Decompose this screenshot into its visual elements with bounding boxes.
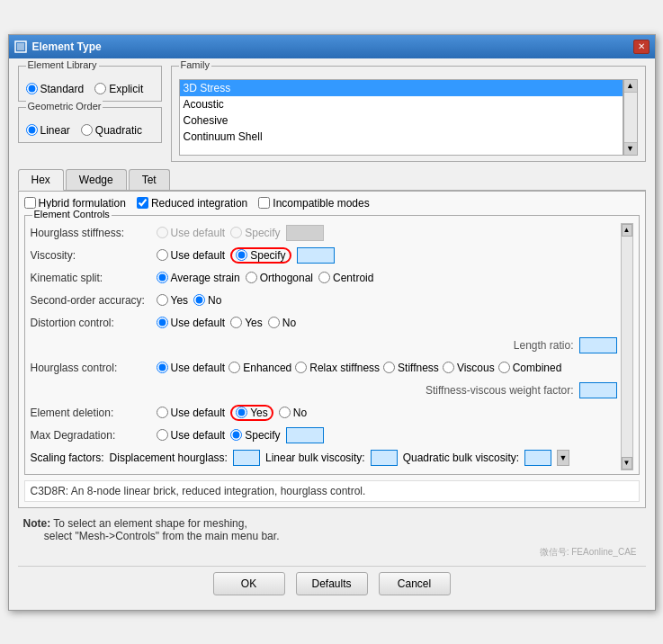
second-order-yes-radio[interactable] bbox=[157, 294, 168, 306]
max-deg-use-default[interactable]: Use default bbox=[157, 429, 226, 442]
incompatible-modes-checkbox[interactable]: Incompatible modes bbox=[258, 197, 369, 210]
deletion-use-default[interactable]: Use default bbox=[157, 407, 226, 419]
max-deg-specify[interactable]: Specify bbox=[230, 429, 280, 442]
hg-relax[interactable]: Relax stiffness bbox=[295, 362, 380, 374]
family-scroll-down[interactable]: ▼ bbox=[624, 142, 637, 155]
quadratic-bulk-input[interactable]: 1 bbox=[524, 450, 551, 466]
reduced-checkbox[interactable] bbox=[137, 197, 148, 209]
max-deg-use-default-label: Use default bbox=[171, 429, 226, 442]
orthogonal-option[interactable]: Orthogonal bbox=[246, 272, 313, 284]
cancel-button[interactable]: Cancel bbox=[379, 572, 451, 595]
deletion-yes[interactable]: Yes bbox=[230, 405, 273, 421]
deletion-use-default-radio[interactable] bbox=[157, 407, 168, 418]
second-order-yes[interactable]: Yes bbox=[157, 294, 189, 307]
deletion-no[interactable]: No bbox=[279, 407, 307, 419]
reduced-integration-checkbox[interactable]: Reduced integration bbox=[137, 197, 247, 210]
avg-strain-radio[interactable] bbox=[157, 272, 168, 283]
hg-use-default-radio[interactable] bbox=[157, 362, 168, 373]
element-deletion-label: Element deletion: bbox=[31, 407, 157, 419]
max-degradation-options: Use default Specify 1 bbox=[157, 427, 324, 443]
centroid-option[interactable]: Centroid bbox=[318, 272, 373, 284]
standard-radio-item[interactable]: Standard bbox=[26, 83, 85, 95]
family-scroll-up[interactable]: ▲ bbox=[624, 80, 637, 93]
hg-stiffness-radio[interactable] bbox=[383, 362, 395, 373]
centroid-radio[interactable] bbox=[318, 272, 330, 283]
quadratic-radio[interactable] bbox=[81, 124, 93, 136]
incompatible-checkbox[interactable] bbox=[258, 197, 270, 209]
scroll-down-btn[interactable]: ▼ bbox=[622, 457, 632, 470]
hourglass-use-default-radio[interactable] bbox=[157, 227, 168, 238]
second-order-no[interactable]: No bbox=[193, 294, 221, 307]
distortion-no-radio[interactable] bbox=[268, 317, 280, 328]
family-list[interactable]: 3D Stress Acoustic Cohesive Continuum Sh… bbox=[179, 79, 623, 156]
viscosity-use-default-radio[interactable] bbox=[157, 249, 168, 261]
controls-scrollbar[interactable]: ▲ ▼ bbox=[621, 223, 633, 470]
viscosity-specify-radio[interactable] bbox=[236, 249, 247, 261]
hg-use-default-label: Use default bbox=[171, 362, 226, 374]
main-panel: Hybrid formulation Reduced integration I… bbox=[18, 191, 646, 508]
linear-bulk-input[interactable]: 1 bbox=[371, 450, 398, 466]
family-item-continuum-shell[interactable]: Continuum Shell bbox=[180, 129, 623, 145]
hourglass-use-default[interactable]: Use default bbox=[157, 227, 226, 239]
close-button[interactable]: ✕ bbox=[633, 40, 650, 54]
deletion-yes-radio[interactable] bbox=[236, 407, 247, 418]
hybrid-checkbox[interactable] bbox=[24, 197, 36, 209]
hourglass-specify[interactable]: Specify bbox=[230, 227, 280, 239]
quadratic-radio-item[interactable]: Quadratic bbox=[81, 124, 142, 137]
hg-stiffness[interactable]: Stiffness bbox=[383, 362, 439, 374]
distortion-use-default-radio[interactable] bbox=[157, 317, 168, 328]
defaults-button[interactable]: Defaults bbox=[296, 572, 368, 595]
viscosity-use-default[interactable]: Use default bbox=[157, 249, 226, 262]
kinematic-split-row: Kinematic split: Average strain Orthogon… bbox=[31, 268, 617, 288]
explicit-radio-item[interactable]: Explicit bbox=[94, 83, 143, 95]
viscosity-specify[interactable]: Specify bbox=[230, 247, 291, 264]
explicit-radio[interactable] bbox=[94, 83, 106, 94]
viscosity-options: Use default Specify 0.1 bbox=[157, 247, 335, 264]
hourglass-specify-radio[interactable] bbox=[230, 227, 242, 238]
hg-viscous-radio[interactable] bbox=[443, 362, 454, 373]
tab-hex[interactable]: Hex bbox=[18, 169, 64, 191]
second-order-options: Yes No bbox=[157, 294, 222, 307]
second-order-no-radio[interactable] bbox=[193, 294, 205, 306]
hg-enhanced-radio[interactable] bbox=[228, 362, 240, 373]
hybrid-formulation-checkbox[interactable]: Hybrid formulation bbox=[24, 197, 126, 210]
stiffness-viscous-input[interactable]: 0.5 bbox=[579, 382, 617, 398]
hg-combined-radio[interactable] bbox=[498, 362, 510, 373]
tab-wedge[interactable]: Wedge bbox=[66, 169, 127, 190]
orthogonal-radio[interactable] bbox=[246, 272, 257, 283]
hg-relax-radio[interactable] bbox=[295, 362, 307, 373]
scaling-dropdown[interactable]: ▼ bbox=[557, 450, 569, 466]
max-degradation-input[interactable]: 1 bbox=[286, 427, 324, 443]
family-item-3d-stress[interactable]: 3D Stress bbox=[180, 80, 623, 96]
scroll-up-btn[interactable]: ▲ bbox=[622, 224, 632, 237]
distortion-yes[interactable]: Yes bbox=[230, 317, 263, 329]
linear-radio-item[interactable]: Linear bbox=[26, 124, 70, 137]
hg-enhanced[interactable]: Enhanced bbox=[228, 362, 291, 374]
family-item-cohesive[interactable]: Cohesive bbox=[180, 112, 623, 129]
deletion-no-radio[interactable] bbox=[279, 407, 291, 418]
hourglass-stiffness-input[interactable] bbox=[286, 225, 324, 241]
distortion-no[interactable]: No bbox=[268, 317, 296, 329]
tab-tet[interactable]: Tet bbox=[129, 169, 170, 190]
linear-radio[interactable] bbox=[26, 124, 38, 136]
displacement-hourglass-input[interactable]: 1 bbox=[233, 450, 260, 466]
distortion-yes-radio[interactable] bbox=[230, 317, 242, 328]
standard-radio[interactable] bbox=[26, 83, 38, 94]
hg-use-default[interactable]: Use default bbox=[157, 362, 226, 374]
ok-button[interactable]: OK bbox=[213, 572, 285, 595]
viscosity-input[interactable]: 0.1 bbox=[297, 247, 335, 264]
element-library-radios: Standard Explicit bbox=[26, 83, 154, 95]
length-ratio-input[interactable]: 0.1 bbox=[579, 337, 617, 353]
max-deg-use-default-radio[interactable] bbox=[157, 429, 168, 441]
avg-strain-option[interactable]: Average strain bbox=[157, 272, 240, 284]
hourglass-stiffness-row: Hourglass stiffness: Use default Specify bbox=[31, 223, 617, 243]
viscosity-use-default-label: Use default bbox=[171, 249, 226, 262]
tabs-container: Hex Wedge Tet bbox=[18, 169, 646, 191]
hg-combined[interactable]: Combined bbox=[498, 362, 562, 374]
deletion-no-label: No bbox=[293, 407, 307, 419]
kinematic-split-label: Kinematic split: bbox=[31, 272, 157, 284]
distortion-use-default[interactable]: Use default bbox=[157, 317, 226, 329]
family-item-acoustic[interactable]: Acoustic bbox=[180, 96, 623, 112]
hg-viscous[interactable]: Viscous bbox=[443, 362, 495, 374]
max-deg-specify-radio[interactable] bbox=[230, 429, 242, 441]
